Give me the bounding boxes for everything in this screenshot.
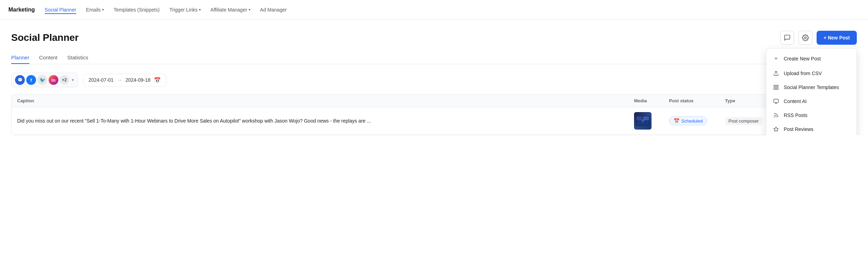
svg-rect-4	[774, 88, 776, 89]
tab-content[interactable]: Content	[39, 54, 58, 64]
post-caption: Did you miss out on our recent "Sell 1-T…	[17, 117, 634, 125]
nav-social-planner[interactable]: Social Planner	[45, 6, 76, 14]
rss-icon	[773, 112, 780, 118]
date-from: 2024-07-01	[88, 77, 114, 83]
brand-label: Marketing	[8, 7, 35, 13]
plus-icon: ＋	[773, 55, 780, 62]
settings-icon-button[interactable]	[798, 31, 812, 45]
post-media-thumb	[634, 112, 669, 130]
svg-point-15	[641, 119, 644, 122]
svg-rect-3	[776, 85, 778, 87]
media-thumbnail	[634, 112, 652, 130]
calendar-dot-icon: 📅	[674, 118, 680, 124]
social-icon-twitter: 🐦	[37, 75, 47, 85]
dropdown-social-planner-templates[interactable]: Social Planner Templates	[766, 80, 856, 94]
chat-icon	[784, 34, 791, 41]
new-post-dropdown: ＋ Create New Post Upload from CSV	[766, 48, 857, 135]
content-ai-icon	[773, 98, 780, 104]
tab-planner[interactable]: Planner	[11, 54, 29, 64]
nav-templates[interactable]: Templates (Snippets)	[114, 6, 160, 14]
emails-chevron-icon: ▾	[102, 8, 104, 12]
svg-rect-6	[774, 99, 778, 102]
nav-trigger-links[interactable]: Trigger Links ▾	[169, 6, 200, 14]
social-icon-facebook: f	[26, 75, 36, 85]
page-header: Social Planner + New Post ＋ Create New	[11, 31, 857, 45]
nav-emails[interactable]: Emails ▾	[86, 6, 104, 14]
page-title: Social Planner	[11, 32, 79, 43]
post-status-cell: 📅 Scheduled	[669, 116, 725, 125]
date-range-picker[interactable]: 2024-07-01 → 2024-09-18 📅	[83, 74, 166, 87]
date-arrow-icon: →	[117, 77, 122, 83]
post-status-badge: 📅 Scheduled	[669, 116, 707, 125]
svg-rect-12	[636, 116, 642, 120]
svg-marker-10	[774, 127, 778, 131]
col-header-caption: Caption	[17, 98, 634, 103]
dropdown-upload-csv[interactable]: Upload from CSV	[766, 66, 856, 80]
svg-point-9	[774, 117, 775, 117]
top-nav: Marketing Social Planner Emails ▾ Templa…	[0, 0, 868, 20]
col-header-media: Media	[634, 98, 669, 103]
svg-rect-13	[643, 116, 649, 120]
dropdown-rss-posts[interactable]: RSS Posts	[766, 108, 856, 122]
nav-affiliate-manager[interactable]: Affiliate Manager ▾	[211, 6, 250, 14]
post-type-badge: Post composer	[725, 117, 762, 125]
posts-table: Caption Media Post status Type Date Did …	[11, 94, 857, 135]
dropdown-create-new-post[interactable]: ＋ Create New Post	[766, 51, 856, 66]
gear-icon	[802, 34, 809, 41]
dropdown-content-ai[interactable]: Content AI	[766, 94, 856, 108]
accounts-chevron-icon: ▾	[72, 78, 74, 82]
dropdown-post-reviews[interactable]: Post Reviews	[766, 122, 856, 135]
new-post-button[interactable]: + New Post	[817, 31, 857, 45]
star-icon	[773, 126, 780, 132]
col-header-status: Post status	[669, 98, 725, 103]
table-header: Caption Media Post status Type Date	[12, 95, 856, 107]
social-icon-chat: 💬	[15, 75, 25, 85]
tabs-bar: Planner Content Statistics	[11, 54, 857, 64]
main-content: Social Planner + New Post ＋ Create New	[0, 20, 868, 135]
tab-statistics[interactable]: Statistics	[67, 54, 88, 64]
table-row: Did you miss out on our recent "Sell 1-T…	[12, 107, 856, 135]
social-icon-instagram: in	[49, 75, 58, 85]
nav-ad-manager[interactable]: Ad Manager	[260, 6, 287, 14]
svg-rect-2	[774, 85, 776, 87]
svg-point-0	[804, 37, 806, 39]
trigger-links-chevron-icon: ▾	[199, 8, 201, 12]
calendar-icon: 📅	[154, 77, 161, 83]
grid-icon	[773, 85, 780, 90]
svg-rect-5	[776, 88, 778, 89]
more-accounts-badge: +2	[60, 75, 69, 85]
upload-icon	[773, 71, 780, 76]
header-actions: + New Post ＋ Create New Post	[780, 31, 857, 45]
social-accounts-selector[interactable]: 💬 f 🐦 in +2 ▾	[11, 73, 78, 87]
filter-row: 💬 f 🐦 in +2 ▾ 2024-07-01 → 2024-09-18 📅	[11, 73, 857, 87]
affiliate-chevron-icon: ▾	[249, 8, 250, 12]
chat-icon-button[interactable]	[780, 31, 794, 45]
date-to: 2024-09-18	[126, 77, 151, 83]
